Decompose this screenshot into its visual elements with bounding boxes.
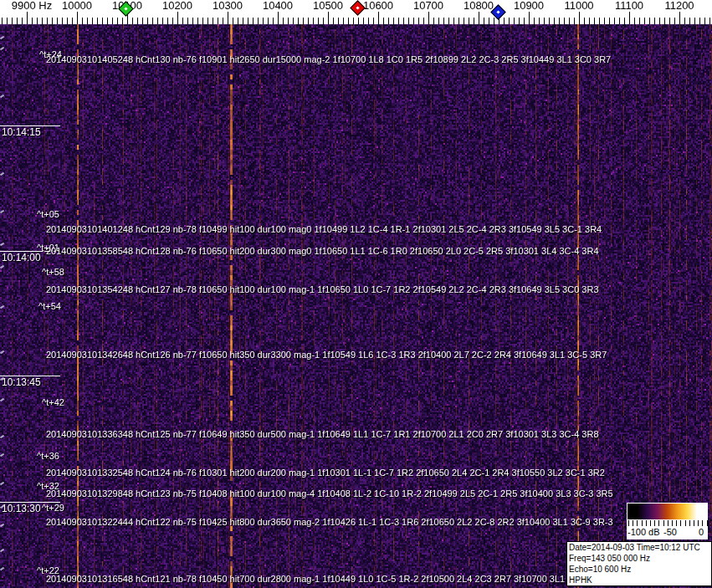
ruler-tick — [333, 18, 334, 24]
detection-log-line: 20140903101336348 hCnt125 nb-77 f10649 h… — [46, 429, 599, 439]
colorbar-tick — [650, 520, 651, 526]
marker-center-dot — [124, 7, 127, 10]
ruler-tick — [207, 18, 208, 24]
ruler-tick — [428, 12, 429, 24]
ruler-tick — [559, 18, 560, 24]
colorbar-tick — [646, 520, 647, 526]
info-station-id: HPHK — [569, 575, 709, 585]
spectrogram-canvas[interactable] — [0, 24, 712, 588]
ruler-tick — [147, 18, 148, 24]
ruler-tick — [649, 18, 650, 24]
ruler-tick — [554, 18, 555, 24]
ruler-tick — [363, 18, 364, 24]
meteor-spectrogram-window: 9900 Hz100001010010200103001040010500106… — [0, 0, 712, 588]
ruler-tick — [474, 18, 474, 24]
ruler-tick — [318, 18, 319, 24]
ruler-tick — [654, 18, 655, 24]
ruler-tick — [7, 18, 8, 24]
ruler-tick — [308, 18, 309, 24]
ruler-tick — [413, 18, 414, 24]
detection-log-line: 20140903101342648 hCnt126 nb-77 f10650 h… — [46, 350, 607, 360]
detection-log-line: 20140903101354248 hCnt127 nb-78 f10650 h… — [46, 284, 599, 294]
colorbar-tick — [672, 520, 673, 526]
time-label: 10:13:45 — [2, 377, 41, 387]
time-label: 10:14:15 — [2, 127, 41, 137]
detection-log-line: 20140903101358548 hCnt128 nb-76 f10650 h… — [46, 246, 599, 256]
ruler-tick — [338, 18, 339, 24]
colorbar-tick — [642, 520, 643, 526]
ruler-tick — [539, 18, 540, 24]
ruler-tick — [52, 18, 53, 24]
colorbar-label-min: -100 dB — [627, 527, 660, 538]
freq-label: 11000 — [564, 0, 593, 12]
ruler-tick — [484, 18, 484, 24]
detection-log-line: 20140903101316548 hCnt121 nb-78 f10450 h… — [46, 574, 579, 584]
ruler-tick — [358, 18, 359, 24]
freq-label: 10700 — [413, 0, 443, 12]
ruler-tick — [408, 18, 409, 24]
ruler-tick — [67, 18, 68, 24]
ruler-tick — [223, 18, 223, 24]
ruler-tick — [373, 18, 374, 24]
ruler-tick — [594, 18, 595, 24]
freq-label: 10200 — [162, 0, 192, 12]
colorbar-tick — [654, 520, 655, 526]
detection-log-line: 20140903101332548 hCnt124 nb-76 f10301 h… — [46, 468, 605, 478]
ruler-tick — [248, 18, 248, 24]
info-freq: Freq=143 050 000 Hz — [569, 553, 709, 564]
freq-label: 10400 — [263, 0, 293, 12]
ruler-tick — [122, 18, 123, 24]
ruler-tick — [243, 18, 243, 24]
ruler-tick — [368, 18, 369, 24]
colorbar-tick — [702, 520, 703, 526]
ruler-tick — [674, 18, 675, 24]
colorbar-gradient — [627, 504, 707, 519]
colorbar-tick — [663, 520, 664, 526]
event-time-offset-marker: ^t+42 — [42, 397, 64, 407]
ruler-tick — [102, 18, 103, 24]
colorbar-tick — [698, 520, 699, 526]
ruler-tick — [12, 18, 13, 24]
ruler-tick — [132, 18, 133, 24]
ruler-tick — [403, 18, 404, 24]
ruler-tick — [609, 18, 610, 24]
freq-label: 10500 — [313, 0, 343, 12]
ruler-tick — [213, 18, 213, 24]
event-time-offset-marker: ^t+58 — [42, 267, 64, 277]
ruler-tick — [2, 18, 3, 24]
ruler-tick — [704, 18, 705, 24]
marker-center-dot — [496, 10, 499, 13]
ruler-tick — [519, 18, 520, 24]
colorbar-label-mid: -50 — [663, 527, 677, 538]
ruler-tick — [423, 18, 424, 24]
colorbar-tick — [707, 520, 708, 526]
colorbar-tick — [628, 520, 629, 526]
ruler-tick — [388, 18, 389, 24]
ruler-tick — [634, 18, 635, 24]
ruler-tick — [82, 18, 83, 24]
ruler-tick — [32, 18, 33, 24]
ruler-tick — [303, 18, 304, 24]
event-time-offset-marker: ^t+29 — [42, 503, 64, 513]
ruler-tick — [238, 18, 238, 24]
ruler-tick — [157, 18, 158, 24]
freq-label: 10600 — [363, 0, 393, 12]
ruler-tick — [107, 18, 108, 24]
ruler-tick — [694, 18, 695, 24]
ruler-tick — [42, 18, 43, 24]
ruler-tick — [564, 18, 565, 24]
freq-label: 10800 — [464, 0, 494, 12]
ruler-tick — [283, 18, 284, 24]
ruler-tick — [202, 18, 203, 24]
status-info-box: Date=2014-09-03 Time=10:12 UTC Freq=143 … — [566, 541, 712, 586]
freq-label: 10300 — [213, 0, 243, 12]
ruler-tick — [504, 18, 505, 24]
ruler-tick — [273, 18, 274, 24]
ruler-tick — [383, 18, 384, 24]
ruler-tick — [197, 18, 198, 24]
ruler-tick — [479, 12, 479, 24]
detection-log-line: 20140903101329848 hCnt123 nb-75 f10408 h… — [46, 488, 613, 499]
event-time-offset-marker: ^t+54 — [38, 301, 61, 311]
ruler-tick — [544, 18, 545, 24]
ruler-tick — [529, 12, 530, 24]
